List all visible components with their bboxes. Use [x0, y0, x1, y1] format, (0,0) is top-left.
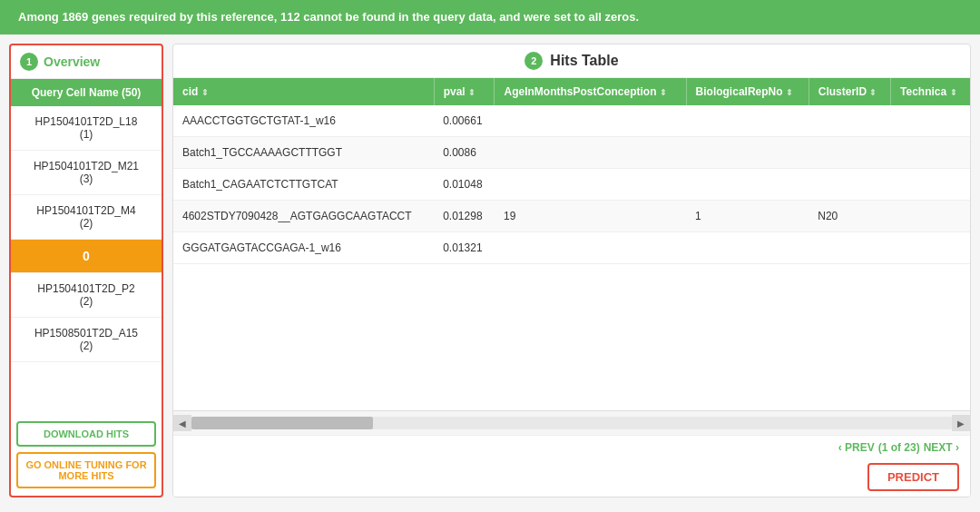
- table-cell: AAACCTGGTGCTGTAT-1_w16: [173, 105, 434, 137]
- table-cell: Batch1_CAGAATCTCTTGTCAT: [173, 169, 434, 201]
- info-banner: Among 1869 genes required by this refere…: [0, 0, 980, 34]
- cell-list-item[interactable]: HP1504101T2D​_P2 (2): [11, 273, 162, 318]
- table-cell: [686, 232, 808, 264]
- page-info: (1 of 23): [878, 441, 920, 454]
- table-cell: [495, 105, 686, 137]
- hits-table-header: 2 Hits Table: [173, 44, 970, 78]
- sort-arrow-icon: ⇕: [869, 88, 877, 97]
- table-head: cid ⇕pval ⇕AgeInMonthsPostConception ⇕Bi…: [173, 78, 970, 105]
- table-col-header-pval[interactable]: pval ⇕: [434, 78, 495, 105]
- table-cell: N20: [808, 201, 890, 232]
- table-cell: 4602STDY7090428__AGTGAGGCAAGTACCT: [173, 201, 434, 232]
- table-row[interactable]: 4602STDY7090428__AGTGAGGCAAGTACCT0.01298…: [173, 201, 970, 232]
- overview-title: Overview: [44, 54, 100, 69]
- table-row[interactable]: Batch1_TGCCAAAAGCTTTGGT0.0086: [173, 137, 970, 169]
- scroll-thumb[interactable]: [191, 417, 373, 429]
- hits-table-panel: 2 Hits Table cid ⇕pval ⇕AgeInMonthsPostC…: [172, 44, 971, 497]
- table-cell: [686, 137, 808, 169]
- cell-list: HP1504101T2D​_L18 (1)HP1504101T2D​_M21 (…: [11, 106, 162, 414]
- table-col-header-cid[interactable]: cid ⇕: [173, 78, 434, 105]
- sort-arrow-icon: ⇕: [468, 88, 475, 97]
- table-row[interactable]: GGGATGAGTACCGAGA-1_w160.01321: [173, 232, 970, 264]
- table-cell: 0.01321: [434, 232, 495, 264]
- table-cell: 0.0086: [434, 137, 495, 169]
- table-cell: 19: [495, 201, 686, 232]
- banner-text: Among 1869 genes required by this refere…: [18, 10, 639, 24]
- bottom-buttons: DOWNLOAD HITS GO ONLINE TUNING FOR MORE …: [11, 414, 162, 496]
- table-row[interactable]: AAACCTGGTGCTGTAT-1_w160.00661: [173, 105, 970, 137]
- table-cell: [808, 169, 890, 201]
- sort-arrow-icon: ⇕: [660, 88, 667, 97]
- table-cell: [808, 105, 890, 137]
- table-cell: [808, 137, 890, 169]
- table-cell: GGGATGAGTACCGAGA-1_w16: [173, 232, 434, 264]
- table-col-header-clusterid[interactable]: ClusterID ⇕: [808, 78, 890, 105]
- scroll-right-arrow[interactable]: ▶: [952, 415, 970, 431]
- table-cell: [808, 232, 890, 264]
- cell-list-item[interactable]: HP1504101T2D​_M21 (3): [11, 151, 162, 195]
- table-col-header-technica[interactable]: Technica ⇕: [891, 78, 970, 105]
- hits-section-number: 2: [524, 52, 543, 70]
- table-col-header-biologicalrepno[interactable]: BiologicalRepNo ⇕: [686, 78, 808, 105]
- go-online-tuning-button[interactable]: GO ONLINE TUNING FOR MORE HITS: [16, 452, 156, 488]
- predict-area: PREDICT: [173, 459, 970, 497]
- table-cell: 1: [686, 201, 808, 232]
- hits-table: cid ⇕pval ⇕AgeInMonthsPostConception ⇕Bi…: [173, 78, 970, 264]
- hits-table-title: Hits Table: [550, 53, 618, 69]
- table-cell: 0.00661: [434, 105, 495, 137]
- table-header-row: cid ⇕pval ⇕AgeInMonthsPostConception ⇕Bi…: [173, 78, 970, 105]
- cell-list-item[interactable]: HP1504101T2D​_L18 (1): [11, 106, 162, 151]
- sort-arrow-icon: ⇕: [950, 88, 957, 97]
- overview-section-number: 1: [20, 53, 38, 71]
- sort-arrow-icon: ⇕: [201, 88, 209, 97]
- sort-arrow-icon: ⇕: [786, 88, 793, 97]
- table-cell: [495, 169, 686, 201]
- table-cell: [891, 201, 970, 232]
- table-cell: [686, 105, 808, 137]
- scroll-left-arrow[interactable]: ◀: [173, 415, 191, 431]
- table-cell: [891, 169, 970, 201]
- cell-list-item[interactable]: HP1508501T2D​_A15 (2): [11, 318, 162, 362]
- table-cell: 0.01048: [434, 169, 495, 201]
- table-row[interactable]: Batch1_CAGAATCTCTTGTCAT0.01048: [173, 169, 970, 201]
- download-hits-button[interactable]: DOWNLOAD HITS: [16, 421, 156, 447]
- table-cell: Batch1_TGCCAAAAGCTTTGGT: [173, 137, 434, 169]
- horizontal-scrollbar[interactable]: ◀ ▶: [173, 410, 970, 435]
- table-cell: [686, 169, 808, 201]
- cell-list-item[interactable]: HP1504101T2D​_M4 (2): [11, 195, 162, 240]
- overview-header: 1 Overview: [11, 45, 162, 79]
- next-page-link[interactable]: NEXT ›: [924, 441, 959, 454]
- table-body: AAACCTGGTGCTGTAT-1_w160.00661Batch1_TGCC…: [173, 105, 970, 264]
- table-col-header-ageinmonthspostconception[interactable]: AgeInMonthsPostConception ⇕: [495, 78, 686, 105]
- scroll-track[interactable]: [191, 417, 952, 429]
- table-wrapper: cid ⇕pval ⇕AgeInMonthsPostConception ⇕Bi…: [173, 78, 970, 410]
- main-content: 1 Overview Query Cell Name (50) HP150410…: [0, 34, 980, 507]
- pagination-area: ‹ PREV (1 of 23) NEXT ›: [173, 435, 970, 459]
- query-cell-header: Query Cell Name (50): [11, 79, 162, 106]
- table-cell: [891, 232, 970, 264]
- cell-list-item[interactable]: 0: [11, 240, 162, 273]
- table-cell: [891, 105, 970, 137]
- prev-page-link[interactable]: ‹ PREV: [838, 441, 875, 454]
- predict-button[interactable]: PREDICT: [867, 463, 959, 491]
- table-cell: [495, 137, 686, 169]
- overview-panel: 1 Overview Query Cell Name (50) HP150410…: [9, 44, 163, 497]
- table-cell: [495, 232, 686, 264]
- table-cell: 0.01298: [434, 201, 495, 232]
- table-cell: [891, 137, 970, 169]
